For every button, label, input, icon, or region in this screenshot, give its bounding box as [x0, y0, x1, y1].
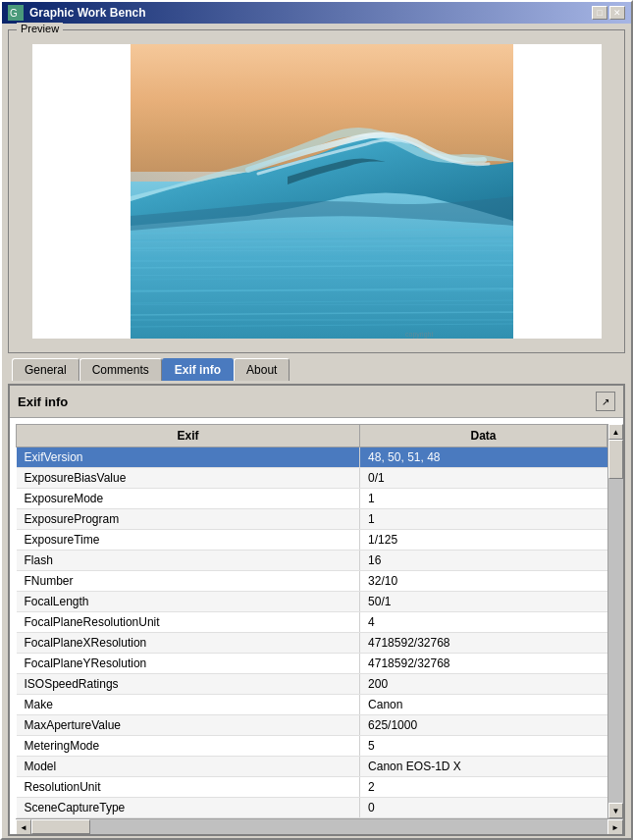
exif-value: 50/1: [360, 592, 607, 612]
table-row: ResolutionUnit2: [17, 777, 607, 798]
horizontal-scrollbar[interactable]: ◄ ►: [16, 818, 623, 834]
svg-text:G: G: [10, 8, 18, 19]
exif-key: FocalLength: [17, 592, 360, 612]
svg-rect-5: [131, 240, 513, 242]
table-row: FocalLength50/1: [17, 592, 607, 612]
scroll-thumb-v[interactable]: [608, 440, 623, 479]
table-row: ExifVersion48, 50, 51, 48: [17, 447, 607, 468]
scroll-right-button[interactable]: ►: [607, 819, 623, 834]
scroll-down-button[interactable]: ▼: [608, 803, 623, 818]
exif-key: MaxApertureValue: [17, 715, 360, 736]
restore-button[interactable]: □: [592, 6, 607, 20]
table-row: FocalPlaneXResolution4718592/32768: [17, 633, 607, 654]
exif-value: 1: [360, 509, 607, 530]
exif-key: ISOSpeedRatings: [17, 674, 360, 695]
table-row: ModelCanon EOS-1D X: [17, 757, 607, 777]
table-row: FocalPlaneResolutionUnit4: [17, 612, 607, 633]
tab-exif-info[interactable]: Exif info: [162, 358, 234, 381]
table-row: MakeCanon: [17, 695, 607, 715]
exif-key: Make: [17, 695, 360, 715]
vertical-scrollbar[interactable]: ▲ ▼: [607, 424, 623, 818]
table-scroll-area: Exif Data ExifVersion48, 50, 51, 48Expos…: [16, 424, 623, 818]
table-row: ISOSpeedRatings200: [17, 674, 607, 695]
exif-value: 200: [360, 674, 607, 695]
close-button[interactable]: ✕: [609, 6, 625, 20]
exif-key: Model: [17, 757, 360, 777]
table-row: ExposureMode1: [17, 489, 607, 509]
exif-table-container: Exif Data ExifVersion48, 50, 51, 48Expos…: [16, 424, 607, 818]
svg-rect-7: [131, 260, 513, 262]
title-bar: G Graphic Work Bench □ ✕: [2, 2, 631, 24]
exif-key: FocalPlaneYResolution: [17, 654, 360, 674]
exif-value: 1: [360, 489, 607, 509]
exif-key: ExposureBiasValue: [17, 468, 360, 489]
exif-value: 1/125: [360, 530, 607, 551]
preview-content: copyright: [15, 36, 618, 346]
scroll-track-v[interactable]: [608, 440, 623, 803]
exif-key: ExposureMode: [17, 489, 360, 509]
table-row: MaxApertureValue625/1000: [17, 715, 607, 736]
exif-value: 4: [360, 612, 607, 633]
exif-key: ExposureTime: [17, 530, 360, 551]
exif-key: Flash: [17, 551, 360, 571]
table-row: ExposureProgram1: [17, 509, 607, 530]
exif-value: Canon: [360, 695, 607, 715]
col-header-data: Data: [360, 425, 607, 447]
exif-value: 0/1: [360, 468, 607, 489]
scroll-track-h[interactable]: [31, 819, 607, 834]
exif-key: SceneCaptureType: [17, 798, 360, 818]
exif-value: Canon EOS-1D X: [360, 757, 607, 777]
exif-value: 0: [360, 798, 607, 818]
window-title: Graphic Work Bench: [29, 6, 586, 20]
table-row: Flash16: [17, 551, 607, 571]
content-panel: Exif info ↗ Exif Data: [8, 384, 625, 836]
preview-panel: Preview: [8, 29, 625, 353]
scroll-up-button[interactable]: ▲: [608, 424, 623, 440]
table-row: MeteringMode5: [17, 736, 607, 757]
exif-key: ExposureProgram: [17, 509, 360, 530]
svg-rect-10: [131, 304, 513, 305]
tab-about[interactable]: About: [234, 358, 290, 381]
exif-value: 4718592/32768: [360, 654, 607, 674]
exif-key: MeteringMode: [17, 736, 360, 757]
table-row: ExposureBiasValue0/1: [17, 468, 607, 489]
exif-value: 16: [360, 551, 607, 571]
exif-key: FocalPlaneResolutionUnit: [17, 612, 360, 633]
tab-comments[interactable]: Comments: [79, 358, 162, 381]
col-header-exif: Exif: [17, 425, 360, 447]
exif-value: 32/10: [360, 571, 607, 592]
scroll-left-button[interactable]: ◄: [16, 819, 31, 834]
exif-key: ResolutionUnit: [17, 777, 360, 798]
panel-title: Exif info: [18, 394, 68, 409]
svg-text:copyright: copyright: [405, 331, 433, 339]
table-row: FNumber32/10: [17, 571, 607, 592]
exif-key: FNumber: [17, 571, 360, 592]
exif-key: ExifVersion: [17, 447, 360, 468]
exif-value: 625/1000: [360, 715, 607, 736]
preview-image: copyright: [131, 44, 513, 339]
app-icon: G: [8, 5, 24, 21]
table-row: ExposureTime1/125: [17, 530, 607, 551]
exif-table: Exif Data ExifVersion48, 50, 51, 48Expos…: [16, 424, 607, 818]
tab-general[interactable]: General: [12, 358, 79, 381]
exif-key: FocalPlaneXResolution: [17, 633, 360, 654]
exif-value: 4718592/32768: [360, 633, 607, 654]
svg-rect-11: [131, 319, 513, 321]
panel-icon: ↗: [596, 392, 615, 411]
exif-value: 48, 50, 51, 48: [360, 447, 607, 468]
table-row: SceneCaptureType0: [17, 798, 607, 818]
main-window: G Graphic Work Bench □ ✕ Preview: [0, 0, 633, 840]
preview-label: Preview: [17, 23, 63, 34]
table-row: FocalPlaneYResolution4718592/32768: [17, 654, 607, 674]
window-controls: □ ✕: [592, 6, 625, 20]
svg-rect-6: [131, 250, 513, 251]
scroll-thumb-h[interactable]: [31, 819, 90, 834]
svg-rect-8: [131, 275, 513, 276]
exif-value: 5: [360, 736, 607, 757]
exif-value: 2: [360, 777, 607, 798]
window-body: Preview: [2, 24, 631, 840]
tabs-row: General Comments Exif info About: [8, 357, 625, 380]
panel-header: Exif info ↗: [10, 386, 623, 418]
